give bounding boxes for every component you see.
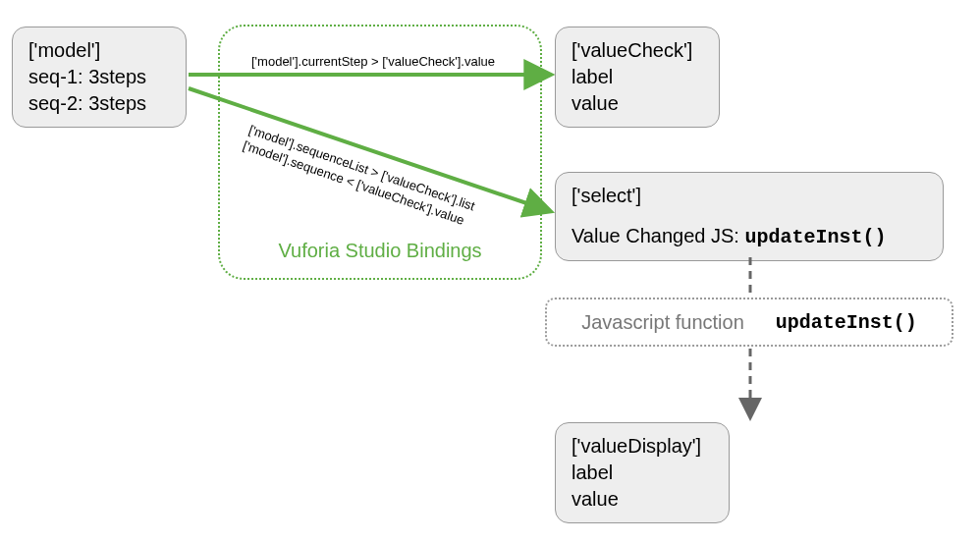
node-select-prefix: Value Changed JS: (572, 225, 744, 246)
node-valuecheck-title: ['valueCheck'] (572, 37, 703, 64)
js-function-region: Javascript function updateInst() (545, 298, 953, 347)
bindings-caption: Vuforia Studio Bindings (278, 240, 481, 262)
node-model-title: ['model'] (28, 37, 170, 64)
node-select: ['select'] Value Changed JS: updateInst(… (555, 172, 944, 261)
node-model-line2: seq-2: 3steps (28, 90, 170, 117)
node-select-title: ['select'] (572, 183, 927, 209)
node-model-line1: seq-1: 3steps (28, 64, 170, 90)
node-valuedisplay-title: ['valueDisplay'] (572, 433, 713, 460)
node-valuedisplay-line2: value (572, 486, 713, 513)
node-select-line1: Value Changed JS: updateInst() (572, 223, 927, 250)
node-valuecheck-line1: label (572, 64, 703, 90)
js-caption: Javascript function (581, 311, 744, 334)
js-fn-name: updateInst() (776, 311, 917, 334)
node-valuedisplay: ['valueDisplay'] label value (555, 422, 730, 523)
node-valuecheck: ['valueCheck'] label value (555, 27, 720, 128)
edge-label-currentstep: ['model'].currentStep > ['valueCheck'].v… (251, 54, 495, 69)
node-valuedisplay-line1: label (572, 460, 713, 486)
node-select-fn: updateInst() (744, 226, 886, 248)
node-valuecheck-line2: value (572, 90, 703, 117)
node-model: ['model'] seq-1: 3steps seq-2: 3steps (12, 27, 187, 128)
